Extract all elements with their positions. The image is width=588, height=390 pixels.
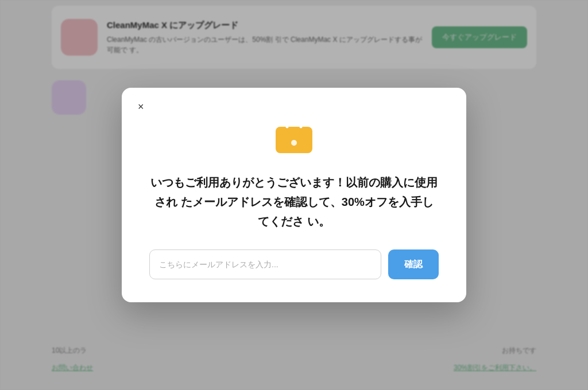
svg-point-1 bbox=[291, 140, 297, 146]
modal-title: いつもご利用ありがとうございます！以前の購入に使用され たメールアドレスを確認し… bbox=[149, 173, 439, 231]
modal-overlay: × いつもご利用ありがとうございます！以前の購入に使用され たメールアドレスを確… bbox=[0, 0, 588, 390]
modal-icon-container bbox=[149, 111, 439, 157]
shopping-bag-icon bbox=[271, 111, 317, 157]
confirm-button[interactable]: 確認 bbox=[388, 249, 439, 279]
modal-input-row: 確認 bbox=[149, 249, 439, 279]
email-input[interactable] bbox=[149, 249, 381, 279]
close-button[interactable]: × bbox=[136, 99, 146, 114]
discount-modal: × いつもご利用ありがとうございます！以前の購入に使用され たメールアドレスを確… bbox=[122, 88, 466, 302]
